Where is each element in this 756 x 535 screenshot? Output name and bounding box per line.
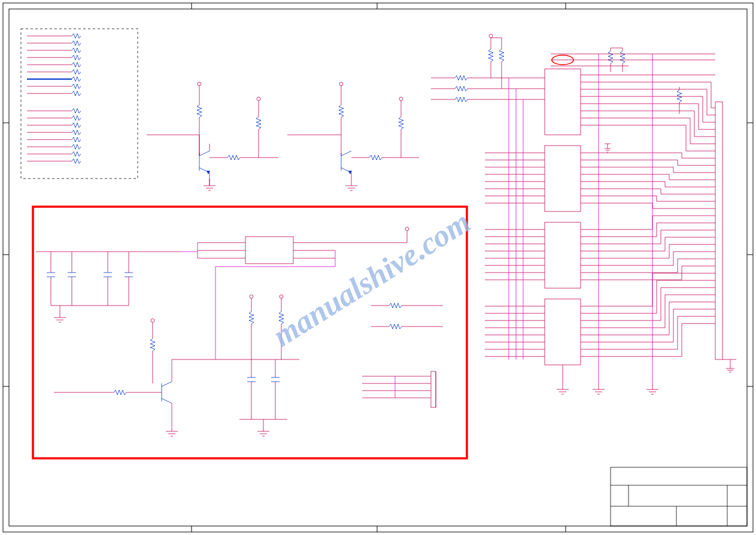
watermark-text: manualshive.com xyxy=(267,204,476,353)
svg-point-49 xyxy=(399,97,403,101)
connector-section xyxy=(431,34,736,394)
svg-line-97 xyxy=(162,398,172,403)
svg-point-129 xyxy=(489,34,493,38)
svg-line-37 xyxy=(199,151,210,156)
svg-point-90 xyxy=(151,319,154,322)
bus-legend xyxy=(27,34,81,164)
schematic-diagram: manualshive.com xyxy=(0,0,756,535)
ic-block-2 xyxy=(545,146,581,211)
transistor-circuit-2 xyxy=(287,82,419,191)
transistor-circuit-1 xyxy=(147,82,278,191)
connector-small xyxy=(431,371,436,407)
ic-block-1 xyxy=(545,69,581,135)
svg-point-29 xyxy=(198,82,201,86)
svg-line-96 xyxy=(162,382,172,386)
svg-point-102 xyxy=(250,295,253,298)
svg-rect-186 xyxy=(611,467,747,526)
main-connector xyxy=(715,102,722,359)
svg-point-105 xyxy=(280,295,283,298)
ic-block-4 xyxy=(545,299,581,365)
title-block xyxy=(611,467,747,526)
ic-block-3 xyxy=(545,222,581,288)
regulator-ic xyxy=(245,237,293,264)
svg-point-33 xyxy=(257,97,260,101)
svg-point-45 xyxy=(339,82,343,86)
svg-line-53 xyxy=(341,151,351,156)
svg-point-86 xyxy=(405,227,409,231)
